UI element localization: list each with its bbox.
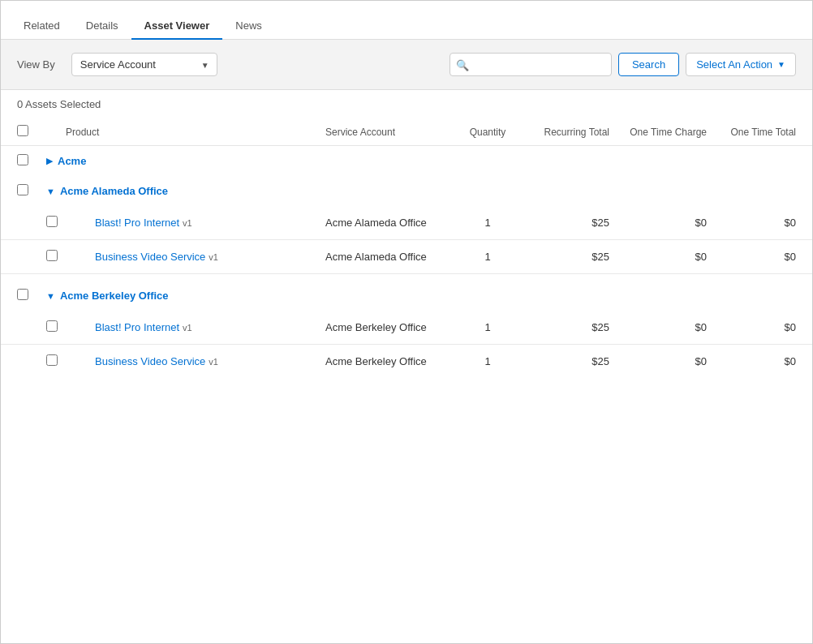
row-check-cell [46,320,75,334]
recurring-total-cell: $25 [520,217,609,229]
header-one-time-charge: One Time Charge [609,127,707,138]
service-account-cell: Acme Alameda Office [325,217,455,229]
row-check-cell [46,354,75,368]
product-link-video-1[interactable]: Business Video Servicev1 [95,251,218,263]
row-check-cell [46,250,75,264]
header-quantity: Quantity [455,127,520,138]
one-time-total-cell: $0 [707,321,796,333]
quantity-cell: 1 [455,355,520,367]
search-input-wrapper: 🔍 [450,53,612,76]
acme-group-checkbox[interactable] [17,154,28,165]
acme-check-cell [17,154,46,168]
header-service-account: Service Account [325,127,455,138]
product-cell: Blast! Pro Internetv1 [95,321,325,333]
alameda-group-checkbox[interactable] [17,184,28,195]
header-recurring-total: Recurring Total [520,127,609,138]
table-header: Product Service Account Quantity Recurri… [1,118,812,146]
product-link-blast-2[interactable]: Blast! Pro Internetv1 [95,321,192,333]
row-check-cell [46,216,75,230]
alameda-group-label[interactable]: Acme Alameda Office [60,185,168,197]
berkeley-check-cell [17,289,46,303]
product-cell: Business Video Servicev1 [95,355,325,367]
one-time-cell: $0 [609,251,707,263]
quantity-cell: 1 [455,321,520,333]
table-row: Business Video Servicev1 Acme Berkeley O… [1,345,812,378]
product-cell: Business Video Servicev1 [95,251,325,263]
product-link-blast-1[interactable]: Blast! Pro Internetv1 [95,217,192,229]
alameda-check-cell [17,184,46,198]
search-input[interactable] [450,53,612,76]
table-row: Blast! Pro Internetv1 Acme Alameda Offic… [1,206,812,240]
search-button[interactable]: Search [618,53,679,76]
product-link-video-2[interactable]: Business Video Servicev1 [95,355,218,367]
view-by-label: View By [17,58,55,71]
acme-group-label[interactable]: Acme [58,155,86,167]
one-time-cell: $0 [609,321,707,333]
one-time-cell: $0 [609,217,707,229]
group-row-acme-berkeley: ▼ Acme Berkeley Office [1,281,812,311]
group-row-acme-alameda: ▼ Acme Alameda Office [1,176,812,206]
select-action-button[interactable]: Select An Action ▼ [686,53,796,76]
row-checkbox-alameda-2[interactable] [46,250,58,261]
table-row: Business Video Servicev1 Acme Alameda Of… [1,240,812,274]
row-checkbox-berkeley-2[interactable] [46,354,58,366]
berkeley-expand-icon[interactable]: ▼ [46,291,55,301]
one-time-total-cell: $0 [707,355,796,367]
tab-bar: Related Details Asset Viewer News [1,1,812,40]
header-one-time-total: One Time Total [707,127,796,138]
one-time-total-cell: $0 [707,251,796,263]
search-icon: 🔍 [456,58,469,71]
quantity-cell: 1 [455,251,520,263]
row-checkbox-berkeley-1[interactable] [46,320,58,332]
tab-details[interactable]: Details [73,13,131,40]
service-account-cell: Acme Berkeley Office [325,321,455,333]
search-area: 🔍 Search Select An Action ▼ [450,53,796,76]
berkeley-group-label[interactable]: Acme Berkeley Office [60,290,169,302]
group-row-acme: ▶ Acme [1,146,812,176]
tab-asset-viewer[interactable]: Asset Viewer [131,13,223,40]
tab-news[interactable]: News [222,13,275,40]
service-account-cell: Acme Berkeley Office [325,355,455,367]
select-all-checkbox[interactable] [17,125,28,136]
row-checkbox-alameda-1[interactable] [46,216,58,227]
service-account-cell: Acme Alameda Office [325,251,455,263]
view-by-select-wrapper: Service Account Product Location ▼ [71,53,217,76]
recurring-total-cell: $25 [520,355,609,367]
quantity-cell: 1 [455,217,520,229]
header-product: Product [66,127,325,138]
action-dropdown-icon: ▼ [777,60,785,69]
berkeley-group-checkbox[interactable] [17,289,28,300]
tab-related[interactable]: Related [11,13,73,40]
view-by-select[interactable]: Service Account Product Location [71,53,217,76]
table-row: Blast! Pro Internetv1 Acme Berkeley Offi… [1,311,812,345]
toolbar: View By Service Account Product Location… [1,40,812,90]
one-time-cell: $0 [609,355,707,367]
recurring-total-cell: $25 [520,321,609,333]
acme-expand-icon[interactable]: ▶ [46,156,53,166]
select-action-label: Select An Action [696,58,772,71]
header-check [17,125,46,139]
alameda-expand-icon[interactable]: ▼ [46,187,55,196]
product-cell: Blast! Pro Internetv1 [95,217,325,229]
recurring-total-cell: $25 [520,251,609,263]
assets-selected-label: 0 Assets Selected [1,90,812,118]
one-time-total-cell: $0 [707,217,796,229]
